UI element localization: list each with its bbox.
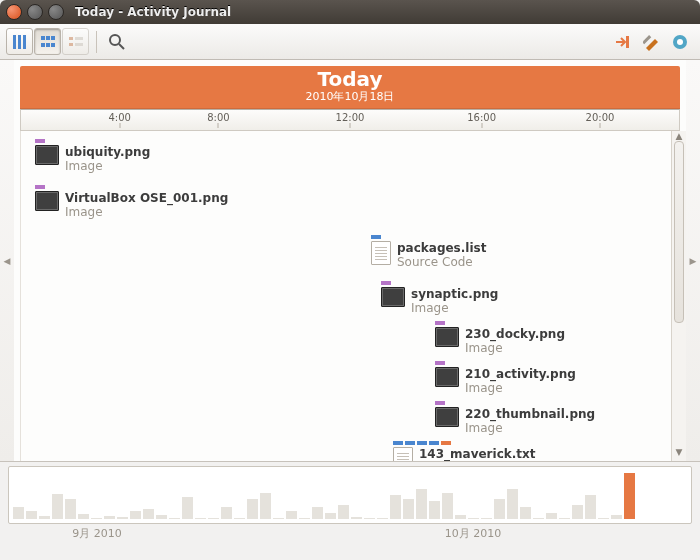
histogram-bar[interactable] [117, 517, 128, 519]
activity-item[interactable]: VirtualBox OSE_001.pngImage [35, 191, 228, 219]
histogram-bar[interactable] [182, 497, 193, 519]
histogram-bar[interactable] [585, 495, 596, 519]
histogram-bar[interactable] [559, 518, 570, 519]
search-icon [108, 33, 126, 51]
histogram-bar[interactable] [507, 489, 518, 519]
activity-item[interactable]: 220_thumbnail.pngImage [435, 407, 595, 435]
list-icon [68, 34, 84, 50]
histogram-bar[interactable] [143, 509, 154, 519]
histogram-bar[interactable] [52, 494, 63, 519]
histogram-bar[interactable] [494, 499, 505, 519]
page-next-button[interactable]: ▶ [686, 60, 700, 461]
histogram-bar[interactable] [442, 493, 453, 519]
histogram-bar[interactable] [39, 516, 50, 519]
image-file-icon [435, 327, 459, 347]
activity-badge [429, 441, 439, 445]
activity-badge [405, 441, 415, 445]
activity-item[interactable]: 210_activity.pngImage [435, 367, 576, 395]
activity-item[interactable]: packages.listSource Code [371, 241, 486, 269]
histogram-bar[interactable] [416, 489, 427, 519]
vertical-scrollbar[interactable]: ▲ ▼ [671, 131, 686, 461]
svg-point-18 [677, 39, 683, 45]
histogram-bar[interactable] [403, 499, 414, 519]
view-single-button[interactable] [6, 28, 33, 55]
main-area: ◀ Today 2010年10月18日 4:008:0012:0016:0020… [0, 60, 700, 462]
page-prev-button[interactable]: ◀ [0, 60, 14, 461]
svg-rect-0 [13, 35, 16, 49]
histogram-bar[interactable] [156, 515, 167, 519]
histogram-bar[interactable] [286, 511, 297, 519]
activity-name: 143_maverick.txt [419, 447, 536, 461]
image-file-icon [381, 287, 405, 307]
svg-rect-15 [626, 36, 629, 48]
histogram-bar[interactable] [169, 518, 180, 519]
activity-item[interactable]: synaptic.pngImage [381, 287, 498, 315]
activity-type: Image [65, 205, 228, 219]
window-minimize-button[interactable] [27, 4, 43, 20]
svg-rect-6 [41, 43, 45, 47]
histogram-bar[interactable] [234, 518, 245, 519]
histogram-bar[interactable] [195, 518, 206, 519]
scroll-down-icon[interactable]: ▼ [672, 447, 686, 461]
time-tick: 4:00 [108, 112, 130, 123]
activity-item[interactable]: ubiquity.pngImage [35, 145, 150, 173]
histogram-bar[interactable] [104, 516, 115, 519]
preferences-button[interactable] [638, 28, 665, 55]
histogram-bar[interactable] [325, 513, 336, 519]
histogram-bar[interactable] [364, 518, 375, 519]
histogram-bar[interactable] [13, 507, 24, 519]
histogram-bar[interactable] [78, 514, 89, 519]
svg-rect-5 [51, 36, 55, 40]
histogram-bar[interactable] [65, 499, 76, 519]
titlebar: Today - Activity Journal [0, 0, 700, 24]
histogram-bar[interactable] [455, 515, 466, 519]
window-maximize-button[interactable] [48, 4, 64, 20]
activity-item[interactable]: 230_docky.pngImage [435, 327, 565, 355]
day-header: Today 2010年10月18日 [20, 66, 680, 109]
histogram-bar[interactable] [546, 513, 557, 519]
histogram-bar[interactable] [260, 493, 271, 519]
help-button[interactable] [666, 28, 693, 55]
activity-type: Source Code [397, 255, 486, 269]
histogram-bar[interactable] [351, 517, 362, 519]
svg-rect-7 [46, 43, 50, 47]
svg-rect-11 [69, 43, 73, 46]
histogram-bar[interactable] [299, 518, 310, 519]
histogram-bar[interactable] [273, 518, 284, 519]
histogram-bar[interactable] [611, 515, 622, 519]
scrollbar-thumb[interactable] [674, 141, 684, 323]
histogram-bar[interactable] [26, 511, 37, 519]
svg-rect-9 [69, 37, 73, 40]
calendar-histogram[interactable] [8, 466, 692, 524]
histogram-bar[interactable] [208, 518, 219, 519]
image-file-icon [435, 367, 459, 387]
activity-name: 220_thumbnail.png [465, 407, 595, 421]
histogram-bar[interactable] [390, 495, 401, 519]
activity-badge [435, 321, 445, 325]
time-tick: 20:00 [586, 112, 615, 123]
histogram-bar[interactable] [481, 518, 492, 519]
histogram-bar[interactable] [572, 505, 583, 519]
activity-badge [393, 441, 403, 445]
histogram-bar[interactable] [130, 511, 141, 519]
histogram-bar[interactable] [468, 518, 479, 519]
histogram-bar[interactable] [429, 501, 440, 519]
activity-badge [417, 441, 427, 445]
histogram-bar[interactable] [533, 518, 544, 519]
histogram-bar[interactable] [91, 518, 102, 519]
timeline-content[interactable]: ubiquity.pngImageVirtualBox OSE_001.pngI… [20, 131, 671, 461]
histogram-bar[interactable] [247, 499, 258, 519]
histogram-bar[interactable] [520, 507, 531, 519]
histogram-bar[interactable] [338, 505, 349, 519]
histogram-bar[interactable] [624, 473, 635, 519]
histogram-bar[interactable] [598, 518, 609, 519]
pin-button[interactable] [610, 28, 637, 55]
histogram-bar[interactable] [312, 507, 323, 519]
window-close-button[interactable] [6, 4, 22, 20]
view-list-button[interactable] [62, 28, 89, 55]
activity-item[interactable]: 143_maverick.txtDocument [393, 447, 536, 461]
histogram-bar[interactable] [377, 518, 388, 519]
view-multi-button[interactable] [34, 28, 61, 55]
histogram-bar[interactable] [221, 507, 232, 519]
search-button[interactable] [103, 28, 130, 55]
